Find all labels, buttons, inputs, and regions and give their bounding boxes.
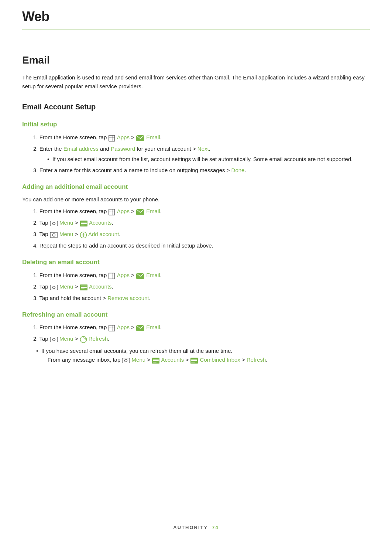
menu-link-1[interactable]: Menu [59,219,73,226]
adding-account-section: Adding an additional email account You c… [22,182,370,250]
apps-link-2[interactable]: Apps [117,208,130,214]
svg-rect-4 [109,137,111,139]
done-link[interactable]: Done [231,167,245,173]
apps-link[interactable]: Apps [117,134,130,140]
svg-rect-28 [50,232,58,238]
svg-rect-40 [109,277,111,279]
email-title: Email [22,52,370,68]
svg-rect-49 [81,289,85,289]
svg-rect-5 [111,137,113,139]
svg-rect-36 [113,273,114,275]
svg-point-63 [80,337,86,343]
accounts-link-3[interactable]: Accounts [161,357,184,363]
svg-rect-14 [113,209,114,211]
refreshing-account-title: Refreshing an email account [22,310,370,320]
deleting-account-title: Deleting an email account [22,258,370,267]
svg-rect-57 [109,329,111,331]
email-icon-4 [136,323,144,332]
svg-marker-64 [85,338,86,340]
svg-rect-25 [81,222,87,222]
menu-icon-1 [50,219,58,228]
svg-rect-16 [111,211,113,213]
next-link[interactable]: Next [197,146,209,152]
email-link-2[interactable]: Email [146,208,160,214]
svg-rect-7 [109,139,111,141]
refresh-link-2[interactable]: Refresh [247,357,266,363]
svg-rect-42 [113,277,114,279]
add-account-link[interactable]: Add account [88,231,119,237]
svg-rect-38 [111,275,113,277]
svg-rect-51 [109,325,111,327]
email-link-1[interactable]: Email [146,134,160,140]
email-link-3[interactable]: Email [146,272,160,278]
initial-setup-section: Initial setup 1. From the Home screen, t… [22,120,370,175]
refresh-bullet: If you have several email accounts, you … [37,347,370,365]
step-1-1: 1. From the Home screen, tap [33,133,370,142]
svg-rect-35 [111,273,113,275]
apps-icon [109,133,115,142]
svg-rect-69 [153,360,159,361]
menu-icon-2 [50,230,58,239]
svg-rect-52 [111,325,113,327]
svg-rect-6 [113,137,114,139]
initial-setup-steps: 1. From the Home screen, tap [33,133,370,175]
combined-inbox-link[interactable]: Combined Inbox [200,357,240,363]
add-step-1: 1. From the Home screen, tap [33,207,370,216]
svg-rect-1 [109,136,111,137]
refreshing-account-steps: 1. From the Home screen, tap [33,323,370,344]
remove-account-link[interactable]: Remove account [107,295,149,301]
email-section: Email The Email application is used to r… [22,52,370,91]
apps-link-3[interactable]: Apps [117,272,130,278]
menu-link-2[interactable]: Menu [59,231,73,237]
accounts-icon-3 [152,356,159,365]
svg-rect-56 [113,327,114,329]
account-setup-heading: Email Account Setup [22,101,370,112]
svg-rect-27 [81,225,85,225]
deleting-account-section: Deleting an email account 1. From the Ho… [22,258,370,303]
email-address-link[interactable]: Email address [63,146,99,152]
email-link-4[interactable]: Email [146,324,160,330]
refresh-icon-1 [80,335,87,344]
step-1-2: 2. Enter the Email address and Password … [33,144,370,164]
page-wrapper: Web Email The Email application is used … [0,0,392,542]
accounts-link-2[interactable]: Accounts [89,283,112,290]
apps-icon-2 [109,207,115,216]
refreshing-account-section: Refreshing an email account 1. From the … [22,310,370,365]
adding-account-title: Adding an additional email account [22,182,370,192]
ref-step-1: 1. From the Home screen, tap [33,323,370,332]
add-step-2: 2. Tap Menu > Accounts [33,218,370,228]
combined-inbox-icon [190,356,198,365]
del-step-3: 3. Tap and hold the account > Remove acc… [33,294,370,303]
accounts-link-1[interactable]: Accounts [89,219,112,226]
svg-rect-22 [50,221,58,226]
menu-link-4[interactable]: Menu [59,335,73,342]
svg-rect-54 [109,327,111,329]
adding-account-steps: 1. From the Home screen, tap [33,207,370,250]
svg-rect-55 [111,327,113,329]
svg-rect-65 [122,358,130,363]
svg-rect-34 [109,273,111,275]
menu-icon-4 [50,335,58,344]
svg-rect-13 [111,209,113,211]
svg-rect-41 [111,277,113,279]
svg-rect-9 [113,139,114,141]
svg-rect-73 [191,360,197,361]
svg-point-62 [52,338,55,341]
step-1-2-bullet: If you select email account from the lis… [48,155,370,164]
menu-link-3[interactable]: Menu [59,283,73,290]
svg-rect-74 [191,362,195,362]
svg-rect-61 [50,337,58,342]
deleting-account-steps: 1. From the Home screen, tap [33,271,370,303]
password-link[interactable]: Password [111,146,135,152]
refresh-link-1[interactable]: Refresh [89,335,108,342]
email-icon [136,133,144,142]
menu-link-5[interactable]: Menu [132,357,146,363]
apps-icon-4 [109,323,115,332]
page-title: Web [22,7,370,27]
svg-rect-37 [109,275,111,277]
email-icon-2 [136,207,144,216]
svg-rect-39 [113,275,114,277]
svg-rect-17 [113,211,114,213]
apps-link-4[interactable]: Apps [117,324,130,330]
svg-rect-72 [191,359,197,359]
